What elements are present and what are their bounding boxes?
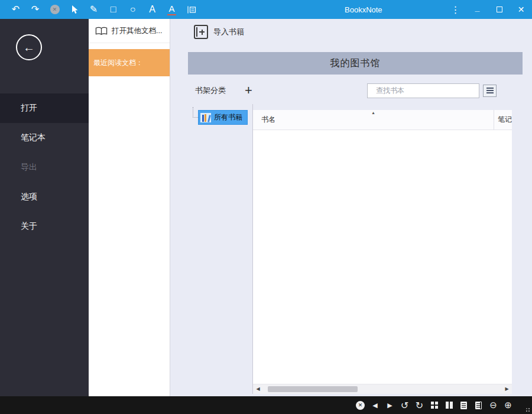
open-other-docs-button[interactable]: 打开其他文档... [89,19,170,43]
record-disabled-icon: ✕ [50,5,60,14]
sidebar-item-options[interactable]: 选项 [0,182,89,212]
undo-button[interactable]: ↶ [6,0,25,19]
search-books-input[interactable] [367,83,479,98]
window-controls: ⋮ _ ✕ [445,0,532,19]
books-stack-icon [200,113,211,122]
scrollbar-thumb[interactable] [268,386,358,392]
tree-connector-line [193,107,198,118]
column-header-book-name[interactable]: ▴ 书名 [253,110,494,130]
sort-asc-icon: ▴ [372,111,374,115]
app-title: BookxNote [345,0,382,19]
rotate-ccw-button[interactable]: ↺ [397,396,412,414]
back-button[interactable]: ← [16,34,42,60]
recent-docs-label: 最近阅读文档： [93,58,143,68]
horizontal-scrollbar[interactable]: ◀ ▶ [253,384,512,394]
sidebar-item-about[interactable]: 关于 [0,212,89,241]
open-other-docs-label: 打开其他文档... [112,26,162,36]
minimize-icon: _ [475,3,480,12]
ellipse-annotate-button[interactable]: ○ [123,0,142,19]
pen-annotate-button[interactable]: ✎ [84,0,103,19]
scroll-left-button[interactable]: ◀ [253,387,263,392]
record-button[interactable]: ✕ [45,0,64,19]
underline-text-icon: A [167,4,176,15]
stop-button[interactable]: ✕ [353,396,368,414]
sidebar-item-notebook[interactable]: 笔记本 [0,123,89,153]
rotate-cw-button[interactable]: ↻ [412,396,427,414]
app-window: ↶ ↷ ✕ ✎ □ ○ A A BookxNote ⋮ _ ✕ ← [0,0,532,414]
open-book-icon [95,27,108,35]
library-main: 导入书籍 我的图书馆 书架分类 + 所有 [170,19,532,396]
resize-grip[interactable] [524,406,530,412]
prev-page-button[interactable]: ◀ [368,396,382,414]
library-content: 所有书籍 ▴ 书名 笔记数 [170,104,532,396]
two-page-view-button[interactable] [442,396,456,414]
shelf-tree-panel: 所有书籍 [170,104,253,394]
two-page-icon [446,402,453,409]
column-label-note-count: 笔记数 [498,115,512,125]
underline-annotate-button[interactable]: A [162,0,181,19]
grid-view-button[interactable] [501,86,511,95]
thumbnail-grid-icon [431,402,438,409]
single-page-icon [475,402,482,409]
close-button[interactable]: ✕ [510,0,532,19]
documents-panel: 打开其他文档... 最近阅读文档： [89,19,170,396]
next-page-button[interactable]: ▶ [382,396,397,414]
note-extract-button[interactable] [181,0,201,19]
sidebar-menu: 打开 笔记本 导出 选项 关于 [0,93,89,241]
redo-button[interactable]: ↷ [25,0,45,19]
column-label-book-name: 书名 [261,115,275,125]
thumbnail-grid-view-button[interactable] [427,396,442,414]
menu-button[interactable]: ⋮ [445,0,466,19]
rectangle-icon: □ [111,5,116,14]
annotation-toolbar: ↶ ↷ ✕ ✎ □ ○ A A [0,0,201,19]
cursor-icon [70,5,79,14]
maximize-icon [497,7,502,12]
ellipse-icon: ○ [130,5,136,14]
text-annotate-button[interactable]: A [142,0,162,19]
sidebar: ← 打开 笔记本 导出 选项 关于 [0,19,89,396]
titlebar: ↶ ↷ ✕ ✎ □ ○ A A BookxNote ⋮ _ ✕ [0,0,532,19]
tree-item-label: 所有书籍 [214,112,242,122]
list-view-icon [486,88,494,93]
tree-item-all-books[interactable]: 所有书籍 [198,110,248,125]
shelf-category-label: 书架分类 [195,85,226,96]
rectangle-annotate-button[interactable]: □ [103,0,123,19]
minimize-button[interactable]: _ [466,0,488,19]
sidebar-item-export[interactable]: 导出 [0,153,89,182]
stop-icon: ✕ [356,401,365,410]
redo-icon: ↷ [31,5,39,14]
continuous-view-icon [460,402,467,409]
pen-icon: ✎ [90,5,98,14]
back-arrow-icon: ← [23,41,35,53]
next-page-icon: ▶ [387,402,392,409]
recent-docs-banner: 最近阅读文档： [89,49,170,76]
library-title: 我的图书馆 [330,57,381,70]
rotate-ccw-icon: ↺ [401,400,408,411]
import-books-button[interactable]: 导入书籍 [194,25,244,39]
select-cursor-button[interactable] [64,0,84,19]
sidebar-item-open[interactable]: 打开 [0,93,89,123]
zoom-in-button[interactable]: ⊕ [501,396,515,414]
continuous-view-button[interactable] [456,396,471,414]
column-header-note-count[interactable]: 笔记数 [494,110,512,130]
note-extract-icon [187,5,196,14]
table-header: ▴ 书名 笔记数 [253,110,512,130]
zoom-out-button[interactable]: ⊖ [486,396,501,414]
scroll-right-button[interactable]: ▶ [502,387,512,392]
zoom-out-icon: ⊖ [489,400,497,410]
list-view-button[interactable] [483,85,497,97]
import-books-label: 导入书籍 [213,27,244,37]
single-page-view-button[interactable] [471,396,486,414]
close-icon: ✕ [518,5,525,14]
import-row: 导入书籍 [170,19,532,50]
books-table: ▴ 书名 笔记数 ◀ ▶ [253,110,512,394]
library-controls-row: 书架分类 + [195,82,511,99]
import-book-icon [194,25,208,39]
add-shelf-button[interactable]: + [245,84,252,97]
undo-icon: ↶ [12,5,20,14]
reader-toolbar: ✕ ◀ ▶ ↺ ↻ ⊖ ⊕ [0,396,532,414]
maximize-button[interactable] [488,0,510,19]
rotate-cw-icon: ↻ [416,400,423,411]
scrollbar-track[interactable] [263,384,502,394]
book-list-area [253,130,512,384]
